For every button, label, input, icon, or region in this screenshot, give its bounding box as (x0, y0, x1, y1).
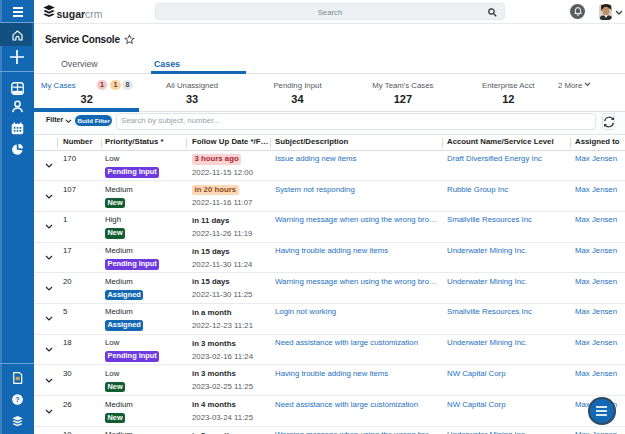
svg-text:?: ? (15, 395, 20, 404)
svg-text:sugar: sugar (57, 8, 86, 20)
svg-text:crm: crm (85, 8, 103, 20)
